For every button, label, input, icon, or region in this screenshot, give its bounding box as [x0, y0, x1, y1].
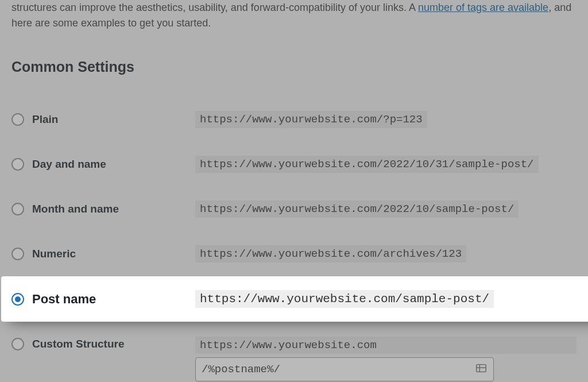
- radio-icon: [11, 158, 24, 171]
- option-url: https://www.yourwebsite.com/2022/10/samp…: [195, 200, 519, 218]
- option-row-plain: Plain https://www.yourwebsite.com/?p=123: [11, 97, 577, 142]
- permalink-options: Plain https://www.yourwebsite.com/?p=123…: [11, 97, 577, 382]
- custom-base-url: https://www.yourwebsite.com: [195, 337, 577, 354]
- tags-available-link[interactable]: number of tags are available: [418, 2, 548, 13]
- custom-structure-value: /%postname%/: [202, 363, 280, 376]
- radio-icon: [11, 293, 24, 306]
- option-month-and-name[interactable]: Month and name: [11, 203, 195, 215]
- svg-rect-0: [477, 365, 486, 372]
- option-numeric[interactable]: Numeric: [11, 248, 195, 260]
- radio-icon: [11, 248, 24, 260]
- option-url: https://www.yourwebsite.com/?p=123: [195, 111, 427, 128]
- option-label: Month and name: [32, 203, 119, 215]
- option-custom-structure[interactable]: Custom Structure: [11, 337, 195, 350]
- option-label: Plain: [32, 113, 58, 126]
- option-label: Day and name: [32, 158, 106, 171]
- radio-icon: [11, 113, 24, 126]
- option-row-numeric: Numeric https://www.yourwebsite.com/arch…: [11, 231, 577, 276]
- tag-picker-icon[interactable]: [475, 362, 488, 377]
- option-row-month-and-name: Month and name https://www.yourwebsite.c…: [11, 187, 577, 231]
- option-plain[interactable]: Plain: [11, 113, 195, 126]
- option-label: Custom Structure: [32, 338, 124, 350]
- option-label: Numeric: [32, 248, 76, 260]
- radio-icon: [11, 338, 24, 350]
- option-url: https://www.yourwebsite.com/archives/123: [195, 245, 466, 263]
- radio-icon: [11, 203, 24, 215]
- option-row-post-name: Post name https://www.yourwebsite.com/sa…: [1, 276, 588, 322]
- option-url: https://www.yourwebsite.com/2022/10/31/s…: [195, 156, 539, 173]
- intro-part1: structures can improve the aesthetics, u…: [11, 2, 418, 13]
- option-url: https://www.yourwebsite.com/sample-post/: [195, 290, 494, 308]
- custom-structure-input[interactable]: /%postname%/: [195, 357, 494, 381]
- option-day-and-name[interactable]: Day and name: [11, 158, 195, 171]
- option-row-day-and-name: Day and name https://www.yourwebsite.com…: [11, 142, 577, 187]
- intro-text: structures can improve the aesthetics, u…: [11, 0, 577, 31]
- option-label: Post name: [32, 292, 96, 307]
- common-settings-heading: Common Settings: [11, 59, 577, 75]
- option-row-custom-structure: Custom Structure https://www.yourwebsite…: [11, 322, 577, 382]
- option-post-name[interactable]: Post name: [11, 292, 195, 307]
